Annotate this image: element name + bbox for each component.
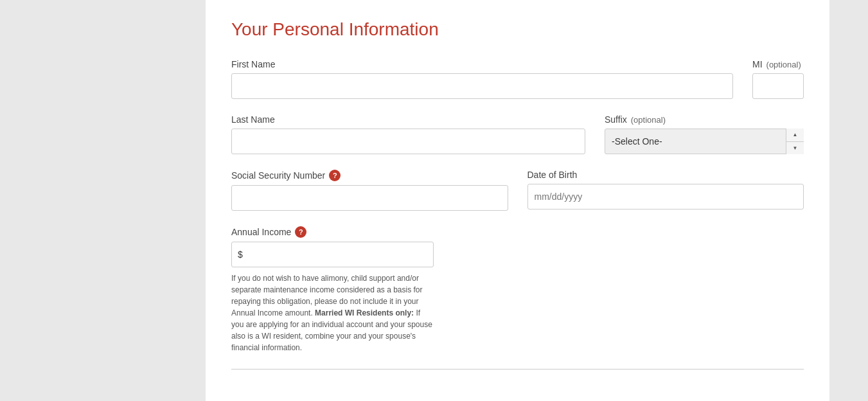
ssn-input[interactable] — [231, 185, 508, 211]
annual-income-input[interactable] — [231, 242, 434, 267]
annual-income-wrapper: $ — [231, 242, 434, 267]
suffix-group: Suffix (optional) -Select One- Jr. Sr. I… — [605, 114, 804, 154]
last-name-label: Last Name — [231, 114, 585, 125]
mi-input[interactable] — [752, 73, 804, 99]
left-sidebar — [0, 0, 206, 401]
income-disclaimer-bold: Married WI Residents only: — [315, 308, 414, 317]
annual-income-label: Annual Income ? — [231, 226, 434, 238]
ssn-label: Social Security Number ? — [231, 170, 508, 181]
section-divider — [231, 369, 804, 370]
last-name-input[interactable] — [231, 129, 585, 154]
first-name-label: First Name — [231, 59, 733, 69]
lastname-row: Last Name Suffix (optional) -Select One-… — [231, 114, 804, 154]
dollar-sign: $ — [238, 249, 243, 260]
mi-label: MI (optional) — [752, 59, 804, 69]
first-name-group: First Name — [231, 59, 733, 99]
dob-input[interactable] — [527, 184, 804, 209]
mi-group: MI (optional) — [752, 59, 804, 99]
last-name-group: Last Name — [231, 114, 585, 154]
suffix-up-button[interactable]: ▲ — [786, 129, 804, 142]
first-name-input[interactable] — [231, 73, 733, 99]
suffix-spinner: ▲ ▼ — [786, 129, 804, 154]
ssn-dob-row: Social Security Number ? Date of Birth — [231, 170, 804, 211]
income-row: Annual Income ? $ If you do not wish to … — [231, 226, 804, 353]
name-row: First Name MI (optional) — [231, 59, 804, 99]
dob-group: Date of Birth — [527, 170, 804, 211]
ssn-help-icon[interactable]: ? — [329, 170, 341, 181]
suffix-down-button[interactable]: ▼ — [786, 142, 804, 155]
suffix-label: Suffix (optional) — [605, 114, 804, 125]
income-disclaimer: If you do not wish to have alimony, chil… — [231, 272, 434, 353]
suffix-select[interactable]: -Select One- Jr. Sr. II III IV — [605, 129, 804, 154]
annual-income-help-icon[interactable]: ? — [295, 226, 306, 238]
main-content: Your Personal Information First Name MI … — [206, 0, 829, 401]
right-sidebar — [829, 0, 868, 401]
annual-income-group: Annual Income ? $ If you do not wish to … — [231, 226, 434, 353]
ssn-group: Social Security Number ? — [231, 170, 508, 211]
suffix-select-wrapper: -Select One- Jr. Sr. II III IV ▲ ▼ — [605, 129, 804, 154]
dob-label: Date of Birth — [527, 170, 804, 180]
page-title: Your Personal Information — [231, 19, 804, 40]
